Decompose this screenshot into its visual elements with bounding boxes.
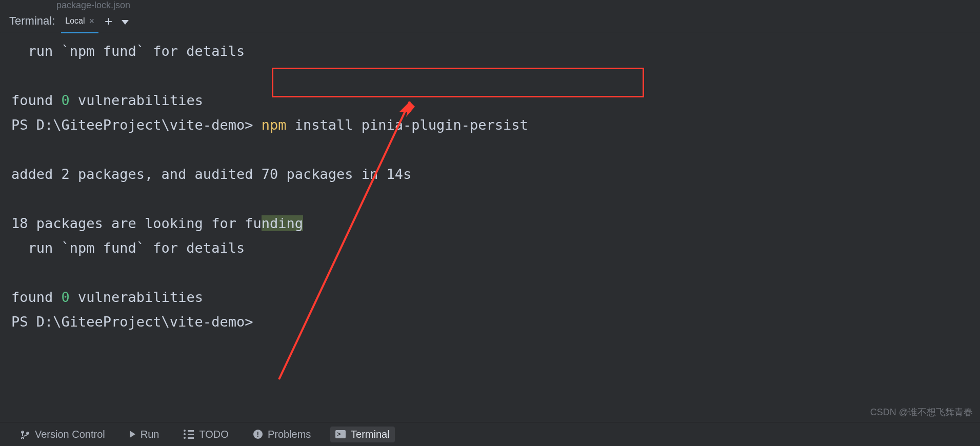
- bottom-toolbar: Version Control Run TODO ! Problems >_ T…: [0, 422, 980, 446]
- svg-marker-1: [399, 102, 411, 112]
- tab-problems[interactable]: ! Problems: [248, 427, 316, 442]
- tab-label: Local: [65, 16, 85, 26]
- tab-todo[interactable]: TODO: [178, 427, 233, 442]
- annotation-highlight-box: [272, 68, 644, 97]
- branch-icon: [21, 430, 30, 439]
- session-dropdown-icon[interactable]: [122, 20, 129, 25]
- play-icon: [130, 431, 135, 438]
- svg-marker-2: [406, 102, 415, 117]
- annotation-arrow: [274, 92, 417, 380]
- warning-icon: !: [253, 430, 263, 439]
- watermark-text: CSDN @谁不想飞舞青春: [870, 406, 973, 418]
- tab-terminal[interactable]: >_ Terminal: [330, 427, 394, 442]
- close-icon[interactable]: ×: [89, 16, 95, 27]
- list-icon: [184, 430, 194, 439]
- svg-line-0: [279, 102, 410, 379]
- tab-version-control[interactable]: Version Control: [15, 427, 110, 442]
- clipped-tab-row: package-lock.json: [0, 0, 980, 10]
- tab-run[interactable]: Run: [125, 427, 165, 442]
- terminal-tool-tab-bar: Terminal: Local × +: [0, 10, 980, 32]
- new-session-button[interactable]: +: [105, 13, 112, 29]
- terminal-icon: >_: [335, 430, 346, 438]
- terminal-session-tab-local[interactable]: Local ×: [64, 14, 95, 29]
- tool-window-title: Terminal:: [9, 14, 55, 28]
- terminal-output[interactable]: run `npm fund` for details found 0 vulne…: [0, 32, 980, 415]
